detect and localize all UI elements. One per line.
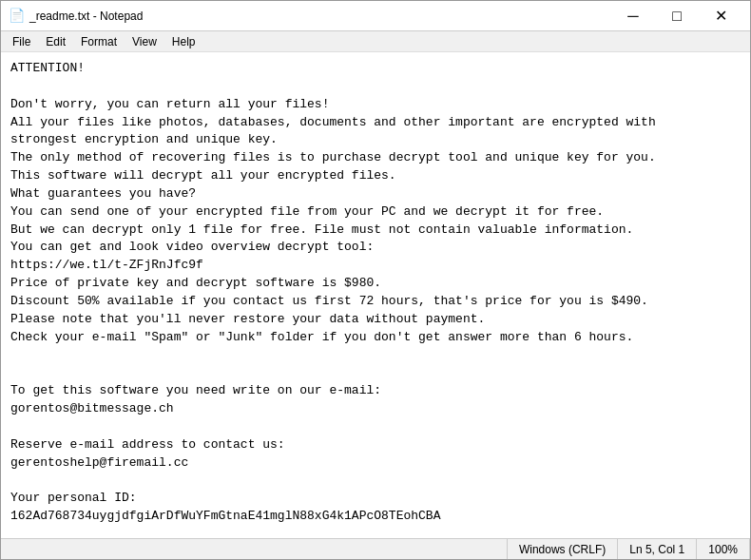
menu-help[interactable]: Help (164, 33, 203, 50)
menu-view[interactable]: View (125, 33, 164, 50)
menu-edit[interactable]: Edit (38, 33, 73, 50)
maximize-button[interactable]: □ (655, 1, 699, 31)
minimize-button[interactable]: ─ (611, 1, 655, 31)
status-spacer (1, 539, 508, 559)
close-button[interactable]: ✕ (699, 1, 742, 31)
menu-bar: File Edit Format View Help (1, 31, 750, 52)
app-icon: 📄 (9, 9, 24, 24)
window-title: _readme.txt - Notepad (29, 10, 611, 23)
window-controls: ─ □ ✕ (611, 1, 742, 31)
status-bar: Windows (CRLF) Ln 5, Col 1 100% (1, 538, 750, 559)
text-content[interactable]: ATTENTION! Don't worry, you can return a… (1, 52, 750, 538)
status-zoom: 100% (697, 539, 750, 559)
notepad-window: 📄 _readme.txt - Notepad ─ □ ✕ File Edit … (0, 0, 751, 560)
status-encoding: Windows (CRLF) (508, 539, 618, 559)
menu-file[interactable]: File (5, 33, 38, 50)
status-position: Ln 5, Col 1 (618, 539, 697, 559)
title-bar: 📄 _readme.txt - Notepad ─ □ ✕ (1, 1, 750, 31)
menu-format[interactable]: Format (73, 33, 125, 50)
